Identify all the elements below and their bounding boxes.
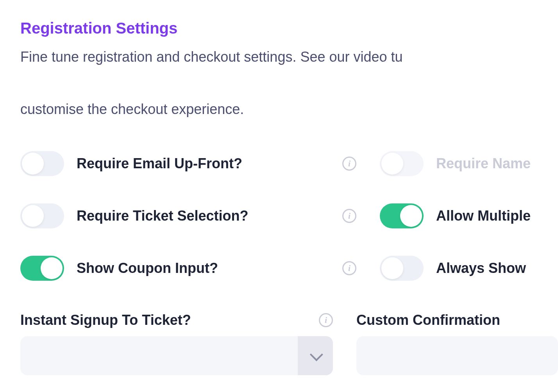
info-icon[interactable] bbox=[342, 261, 356, 275]
info-icon[interactable] bbox=[342, 157, 356, 171]
select-instant-signup[interactable] bbox=[20, 336, 333, 375]
description-line2: customise the checkout experience. bbox=[20, 99, 558, 120]
select-group-custom-confirmation: Custom Confirmation bbox=[356, 312, 558, 375]
select-row: Instant Signup To Ticket? Custom Confirm… bbox=[20, 312, 558, 375]
label-allow-multiple: Allow Multiple bbox=[436, 208, 531, 224]
toggle-require-ticket[interactable] bbox=[20, 203, 64, 228]
toggle-require-name bbox=[380, 151, 424, 176]
settings-container: Require Email Up-Front? Require Name Req… bbox=[20, 151, 558, 375]
setting-always-show: Always Show bbox=[380, 256, 558, 281]
setting-require-email: Require Email Up-Front? bbox=[20, 151, 356, 176]
description-line1: Fine tune registration and checkout sett… bbox=[20, 46, 558, 68]
toggle-always-show[interactable] bbox=[380, 256, 424, 281]
toggle-show-coupon[interactable] bbox=[20, 256, 64, 281]
toggle-allow-multiple[interactable] bbox=[380, 203, 424, 228]
label-instant-signup: Instant Signup To Ticket? bbox=[20, 312, 191, 328]
select-custom-confirmation[interactable] bbox=[356, 336, 558, 375]
toggle-require-email[interactable] bbox=[20, 151, 64, 176]
label-require-email: Require Email Up-Front? bbox=[77, 155, 242, 172]
label-require-name: Require Name bbox=[436, 155, 531, 172]
label-custom-confirmation: Custom Confirmation bbox=[356, 312, 500, 328]
settings-row-3: Show Coupon Input? Always Show bbox=[20, 256, 558, 281]
setting-require-name: Require Name bbox=[380, 151, 558, 176]
settings-row-2: Require Ticket Selection? Allow Multiple bbox=[20, 203, 558, 228]
setting-show-coupon: Show Coupon Input? bbox=[20, 256, 356, 281]
setting-require-ticket: Require Ticket Selection? bbox=[20, 203, 356, 228]
label-always-show: Always Show bbox=[436, 260, 526, 276]
page-heading: Registration Settings bbox=[20, 20, 558, 37]
setting-allow-multiple: Allow Multiple bbox=[380, 203, 558, 228]
info-icon[interactable] bbox=[342, 209, 356, 223]
settings-row-1: Require Email Up-Front? Require Name bbox=[20, 151, 558, 176]
chevron-down-icon bbox=[298, 336, 333, 375]
select-group-instant-signup: Instant Signup To Ticket? bbox=[20, 312, 333, 375]
label-require-ticket: Require Ticket Selection? bbox=[77, 208, 248, 224]
page-description: Fine tune registration and checkout sett… bbox=[20, 46, 558, 120]
info-icon[interactable] bbox=[319, 313, 333, 327]
label-show-coupon: Show Coupon Input? bbox=[77, 260, 218, 276]
